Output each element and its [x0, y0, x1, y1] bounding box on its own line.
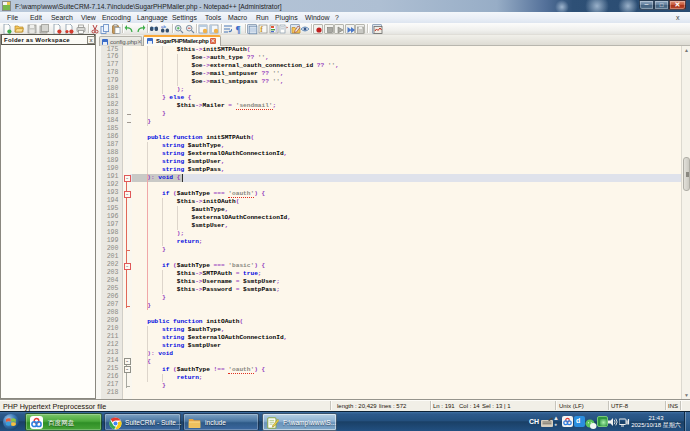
svg-text:ab: ab [161, 24, 166, 29]
svg-text:¶: ¶ [235, 25, 240, 34]
